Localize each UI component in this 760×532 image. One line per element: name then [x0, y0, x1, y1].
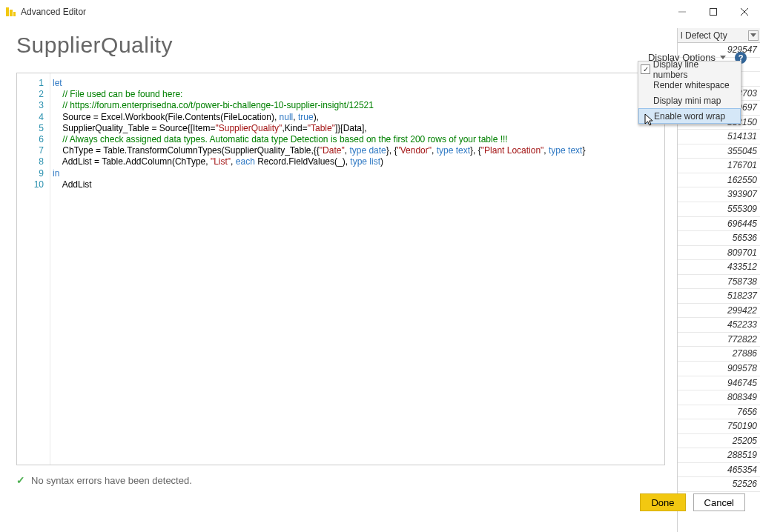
menu-item-whitespace[interactable]: Render whitespace	[638, 77, 741, 93]
done-button[interactable]: Done	[640, 493, 685, 511]
cancel-button[interactable]: Cancel	[693, 493, 745, 511]
cell[interactable]: 52526	[678, 477, 760, 492]
maximize-button[interactable]	[698, 0, 729, 24]
column-dropdown-button[interactable]	[748, 30, 759, 41]
svg-rect-2	[13, 12, 16, 16]
cell[interactable]: 299422	[678, 304, 760, 319]
menu-label: Display line numbers	[653, 59, 735, 80]
cell[interactable]: 355045	[678, 144, 760, 159]
cell[interactable]: 758738	[678, 275, 760, 290]
close-button[interactable]	[729, 0, 760, 24]
cell[interactable]: 465354	[678, 463, 760, 478]
menu-item-line-numbers[interactable]: Display line numbers	[638, 61, 741, 77]
window-title: Advanced Editor	[21, 7, 667, 17]
checkbox-on-icon	[641, 64, 650, 74]
cell[interactable]: 7656	[678, 405, 760, 420]
line-gutter: 12345678910	[17, 73, 47, 465]
code-area[interactable]: let // File used can be found here: // h…	[53, 73, 664, 465]
cell[interactable]: 176701	[678, 159, 760, 173]
cell[interactable]: 25205	[678, 434, 760, 449]
menu-label: Display mini map	[653, 96, 721, 106]
cell[interactable]: 27886	[678, 347, 760, 362]
menu-label: Enable word wrap	[654, 111, 725, 122]
svg-rect-0	[6, 7, 9, 16]
cell[interactable]: 946745	[678, 376, 760, 391]
cell[interactable]: 555309	[678, 202, 760, 217]
column-header[interactable]: l Defect Qty	[678, 28, 760, 43]
menu-item-mini-map[interactable]: Display mini map	[638, 93, 741, 108]
column-header-label: l Defect Qty	[681, 30, 727, 41]
app-icon	[4, 6, 16, 18]
cell[interactable]: 808349	[678, 390, 760, 405]
titlebar: Advanced Editor	[0, 0, 760, 24]
checkmark-icon: ✓	[16, 474, 25, 486]
cell[interactable]: 750190	[678, 419, 760, 434]
cell[interactable]: 772822	[678, 333, 760, 348]
cell[interactable]: 909578	[678, 362, 760, 376]
cell[interactable]: 514131	[678, 130, 760, 144]
cell[interactable]: 696445	[678, 217, 760, 232]
cell[interactable]: 452233	[678, 318, 760, 333]
status-text: No syntax errors have been detected.	[31, 475, 192, 486]
svg-rect-1	[10, 10, 13, 16]
cell[interactable]: 162550	[678, 173, 760, 188]
cell[interactable]: 393907	[678, 187, 760, 202]
footer-buttons: Done Cancel	[640, 493, 745, 511]
menu-label: Render whitespace	[653, 80, 730, 90]
window-buttons	[667, 0, 760, 24]
svg-rect-4	[710, 9, 717, 16]
code-editor[interactable]: 12345678910 let // File used can be foun…	[16, 73, 665, 465]
cell[interactable]: 288519	[678, 448, 760, 463]
mouse-cursor-icon	[644, 113, 655, 127]
cell[interactable]: 518237	[678, 289, 760, 304]
cell[interactable]: 433512	[678, 260, 760, 275]
cell[interactable]: 809701	[678, 246, 760, 261]
status-bar: ✓ No syntax errors have been detected.	[16, 474, 192, 486]
cell[interactable]: 56536	[678, 231, 760, 246]
minimize-button[interactable]	[667, 0, 698, 24]
